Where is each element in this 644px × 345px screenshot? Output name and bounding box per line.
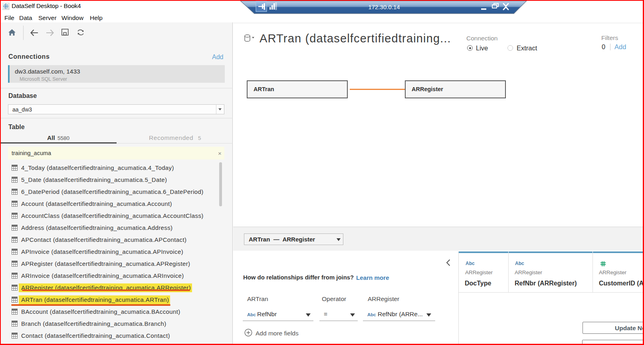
svg-text:172.30.0.14: 172.30.0.14	[368, 4, 400, 10]
